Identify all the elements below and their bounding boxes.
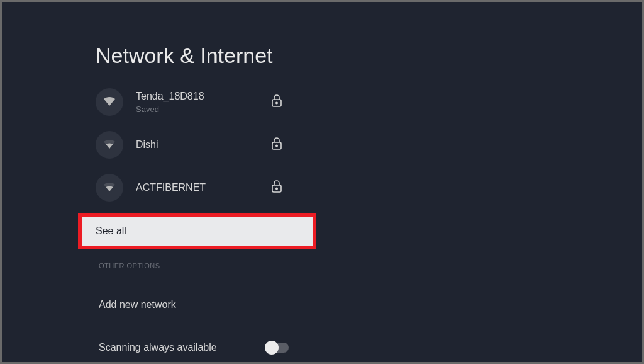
scanning-toggle-row[interactable]: Scanning always available <box>2 326 382 364</box>
settings-left-panel: Network & Internet Tenda_18D818 Saved <box>2 2 382 362</box>
svg-point-1 <box>276 102 277 103</box>
network-name: Dishi <box>136 139 382 152</box>
svg-point-5 <box>276 188 277 189</box>
network-name: ACTFIBERNET <box>136 181 382 195</box>
wifi-icon <box>96 174 123 202</box>
wifi-icon <box>96 131 123 159</box>
scanning-toggle[interactable] <box>266 343 289 353</box>
network-item-actfibernet[interactable]: ACTFIBERNET <box>2 166 382 209</box>
network-status: Saved <box>136 105 382 114</box>
network-name: Tenda_18D818 <box>136 90 382 103</box>
network-text: Tenda_18D818 Saved <box>136 90 382 114</box>
network-text: ACTFIBERNET <box>136 181 382 195</box>
page-title: Network & Internet <box>2 2 382 81</box>
network-item-dishi[interactable]: Dishi <box>2 123 382 166</box>
scanning-label: Scanning always available <box>99 342 217 353</box>
toggle-knob <box>265 341 279 355</box>
settings-screen: Network & Internet Tenda_18D818 Saved <box>2 2 642 362</box>
network-text: Dishi <box>136 139 382 152</box>
see-all-button[interactable]: See all <box>78 213 316 249</box>
add-network-button[interactable]: Add new network <box>2 283 382 326</box>
lock-icon <box>271 137 282 153</box>
network-item-tenda[interactable]: Tenda_18D818 Saved <box>2 81 382 123</box>
section-header-other-options: OTHER OPTIONS <box>2 254 382 283</box>
lock-icon <box>271 179 282 196</box>
lock-icon <box>271 94 282 110</box>
svg-point-3 <box>276 145 277 146</box>
settings-right-panel <box>382 2 642 362</box>
wifi-icon <box>96 88 123 116</box>
add-network-label: Add new network <box>99 299 176 310</box>
see-all-label: See all <box>96 225 126 237</box>
